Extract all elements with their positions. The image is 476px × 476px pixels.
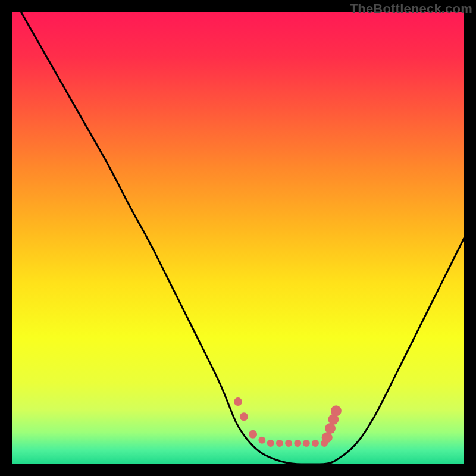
- marker-dot: [303, 440, 310, 447]
- marker-dot: [285, 440, 292, 447]
- marker-dot: [294, 440, 301, 447]
- marker-dot: [331, 405, 342, 416]
- marker-dot: [267, 440, 274, 447]
- marker-dot: [249, 430, 257, 439]
- marker-dot: [240, 412, 248, 421]
- marker-dot: [312, 440, 319, 447]
- watermark-text: TheBottleneck.com: [350, 1, 472, 17]
- bottleneck-chart: [12, 12, 464, 464]
- marker-dot: [258, 437, 265, 444]
- marker-dot: [234, 397, 242, 406]
- marker-dot: [276, 440, 283, 447]
- chart-frame: [12, 12, 464, 464]
- gradient-background: [12, 12, 464, 464]
